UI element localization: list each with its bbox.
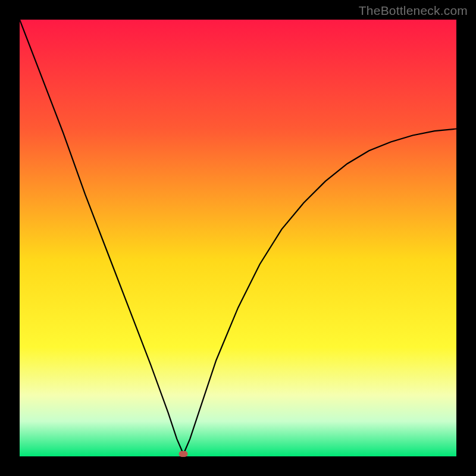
- chart-frame: TheBottleneck.com: [0, 0, 476, 476]
- curve-path: [20, 20, 456, 454]
- plot-area: [20, 20, 456, 456]
- optimal-point-marker: [179, 451, 188, 457]
- attribution-text: TheBottleneck.com: [359, 4, 468, 18]
- bottleneck-curve: [20, 20, 456, 456]
